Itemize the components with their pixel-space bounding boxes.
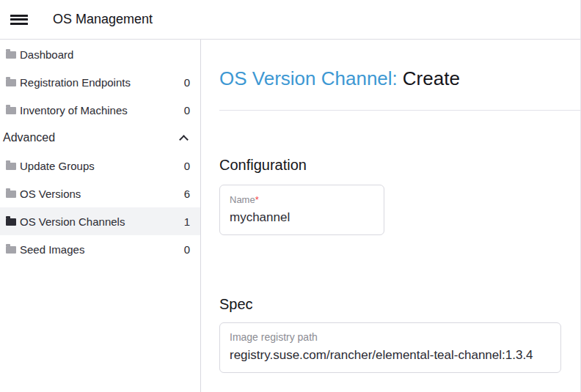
sidebar-item-os-version-channels[interactable]: OS Version Channels 1: [0, 207, 200, 235]
sidebar-item-label: OS Versions: [20, 188, 184, 200]
hamburger-menu-icon[interactable]: [10, 15, 28, 25]
name-field-card: Name*: [219, 185, 384, 235]
folder-icon: [6, 218, 16, 226]
sidebar-item-dashboard[interactable]: Dashboard: [0, 40, 200, 68]
sidebar-item-count: 1: [184, 215, 190, 228]
sidebar-item-label: OS Version Channels: [20, 215, 184, 228]
sidebar-item-label: Inventory of Machines: [20, 104, 184, 117]
sidebar-item-update-groups[interactable]: Update Groups 0: [0, 152, 200, 180]
registry-field-card: Image registry path: [219, 322, 561, 373]
registry-path-input[interactable]: [230, 347, 552, 363]
sidebar-item-count: 6: [184, 188, 190, 200]
sidebar-item-label: Seed Images: [20, 243, 184, 256]
app-window: OS Management Dashboard Registration End…: [0, 0, 581, 392]
sidebar-item-label: Dashboard: [20, 48, 190, 61]
sidebar-group-label: Advanced: [3, 131, 180, 144]
sidebar-item-os-versions[interactable]: OS Versions 6: [0, 180, 200, 207]
sidebar-item-count: 0: [184, 243, 190, 256]
sidebar-item-label: Registration Endpoints: [20, 76, 184, 89]
chevron-up-icon: [179, 135, 189, 144]
title-divider: [219, 110, 580, 111]
folder-icon: [6, 191, 16, 198]
sidebar-item-registration-endpoints[interactable]: Registration Endpoints 0: [0, 68, 200, 96]
sidebar-item-count: 0: [184, 160, 190, 172]
sidebar-item-inventory-of-machines[interactable]: Inventory of Machines 0: [0, 96, 200, 124]
main-content: OS Version Channel:Create Configuration …: [201, 40, 580, 392]
top-header: OS Management: [0, 0, 580, 40]
page-title: OS Version Channel:Create: [219, 67, 580, 89]
required-asterisk: *: [255, 194, 259, 205]
spec-heading: Spec: [219, 295, 580, 313]
name-label-text: Name: [230, 194, 255, 205]
folder-icon: [6, 51, 16, 59]
sidebar-item-seed-images[interactable]: Seed Images 0: [0, 235, 200, 263]
folder-icon: [6, 246, 16, 254]
folder-icon: [6, 163, 16, 170]
sidebar-item-count: 0: [184, 76, 190, 89]
sidebar-nav: Dashboard Registration Endpoints 0 Inven…: [0, 40, 201, 392]
name-field-label: Name*: [230, 193, 375, 206]
sidebar-item-count: 0: [184, 104, 190, 117]
registry-field-label: Image registry path: [230, 331, 552, 344]
configuration-heading: Configuration: [219, 156, 580, 174]
sidebar-item-label: Update Groups: [20, 160, 184, 172]
page-title-resource: OS Version Channel:: [219, 67, 398, 89]
sidebar-group-advanced[interactable]: Advanced: [0, 124, 200, 152]
app-title: OS Management: [53, 12, 153, 27]
name-input[interactable]: [230, 210, 375, 226]
folder-icon: [6, 79, 16, 86]
page-title-action: Create: [403, 67, 460, 89]
folder-icon: [6, 107, 16, 114]
